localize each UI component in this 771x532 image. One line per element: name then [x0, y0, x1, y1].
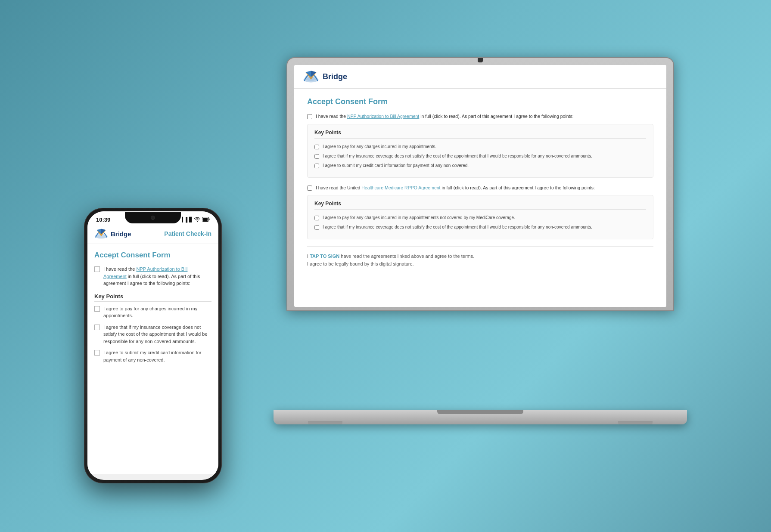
phone-consent-checkbox[interactable]: [94, 266, 100, 272]
laptop-logo-text: Bridge: [323, 72, 347, 81]
laptop-consent-section-1: I have read the NPP Authorization to Bil…: [307, 113, 653, 178]
svg-rect-4: [209, 219, 210, 220]
battery-icon: [202, 217, 210, 223]
laptop-consent-checkbox-1[interactable]: [307, 114, 312, 119]
laptop-key-point-2-2: I agree that if my insurance coverage do…: [314, 224, 646, 230]
laptop-form-title: Accept Consent Form: [307, 97, 653, 106]
laptop-camera: [478, 58, 483, 62]
laptop-foot-right: [618, 421, 653, 424]
laptop-kp-checkbox-1-2[interactable]: [314, 154, 319, 159]
laptop-key-point-2-1: I agree to pay for any charges incurred …: [314, 215, 646, 221]
phone-kp-checkbox-2[interactable]: [94, 325, 100, 330]
status-time: 10:39: [96, 217, 110, 223]
phone-key-points-title: Key Points: [94, 293, 211, 302]
laptop-key-point-1-3: I agree to submit my credit card informa…: [314, 163, 646, 169]
laptop-consent-checkbox-2[interactable]: [307, 186, 312, 191]
svg-rect-3: [203, 218, 208, 221]
laptop-agreement-link-2[interactable]: Healthcare Medicare RPPO Agreement: [361, 185, 440, 190]
phone-screen: 10:39 ▎▌▊: [87, 211, 218, 480]
phone-key-point-1: I agree to pay for any charges incurred …: [94, 305, 211, 319]
laptop-key-points-title-2: Key Points: [314, 201, 646, 210]
laptop-kp-text-1-3: I agree to submit my credit card informa…: [323, 163, 469, 169]
laptop-sign-section: I TAP TO SIGN have read the agreements l…: [307, 246, 653, 268]
laptop-logo: Bridge: [303, 70, 347, 83]
phone-content: Accept Consent Form I have read the NPP …: [87, 244, 218, 474]
scene: Bridge Accept Consent Form: [84, 40, 687, 492]
status-icons: ▎▌▊: [182, 217, 210, 223]
phone-body: 10:39 ▎▌▊: [84, 208, 222, 483]
laptop-key-point-1-1: I agree to pay for any charges incurred …: [314, 144, 646, 150]
laptop-content: Bridge Accept Consent Form: [294, 65, 666, 307]
phone-kp-text-1: I agree to pay for any charges incurred …: [103, 305, 211, 319]
laptop-tap-sign[interactable]: TAP TO SIGN: [310, 254, 339, 259]
laptop-kp-text-1-2: I agree that if my insurance coverage do…: [323, 153, 592, 159]
phone-key-point-3: I agree to submit my credit card informa…: [94, 349, 211, 363]
laptop-consent-row-1: I have read the NPP Authorization to Bil…: [307, 113, 653, 120]
phone-notch: [125, 212, 181, 223]
wifi-icon: [194, 217, 200, 223]
laptop-kp-checkbox-2-2[interactable]: [314, 225, 319, 230]
phone-device: 10:39 ▎▌▊: [84, 208, 222, 483]
laptop-body: Accept Consent Form I have read the NPP …: [294, 89, 666, 307]
bridge-logo-icon: [303, 70, 319, 83]
phone-consent-text: I have read the NPP Authorization to Bil…: [103, 266, 211, 287]
laptop-agreement-link-1[interactable]: NPP Authorization to Bill Agreement: [347, 114, 419, 119]
laptop-lid: Bridge Accept Consent Form: [286, 57, 674, 311]
laptop-sign-text: I TAP TO SIGN have read the agreements l…: [307, 253, 653, 268]
phone-camera: [151, 216, 155, 220]
laptop-kp-checkbox-1-3[interactable]: [314, 164, 319, 168]
laptop-key-points-box-1: Key Points I agree to pay for any charge…: [307, 124, 653, 178]
phone-key-point-2: I agree that if my insurance coverage do…: [94, 324, 211, 345]
laptop-consent-text-1: I have read the NPP Authorization to Bil…: [316, 113, 574, 120]
phone-kp-text-3: I agree to submit my credit card informa…: [103, 349, 211, 363]
laptop-key-point-1-2: I agree that if my insurance coverage do…: [314, 153, 646, 159]
bridge-logo-icon-phone: [94, 228, 108, 239]
laptop-foot-left: [308, 421, 342, 424]
laptop-key-points-title-1: Key Points: [314, 130, 646, 139]
phone-logo-text: Bridge: [111, 230, 131, 238]
laptop-kp-checkbox-2-1[interactable]: [314, 216, 319, 220]
phone-logo: Bridge: [94, 228, 131, 239]
laptop-screen: Bridge Accept Consent Form: [294, 65, 666, 307]
laptop-consent-section-2: I have read the United Healthcare Medica…: [307, 185, 653, 240]
laptop-kp-checkbox-1-1[interactable]: [314, 145, 319, 149]
laptop-hinge: [437, 410, 523, 414]
laptop-consent-row-2: I have read the United Healthcare Medica…: [307, 185, 653, 191]
laptop-base: [274, 410, 687, 424]
laptop-kp-text-2-1: I agree to pay for any charges incurred …: [323, 215, 515, 221]
phone-kp-text-2: I agree that if my insurance coverage do…: [103, 324, 211, 345]
laptop-key-points-box-2: Key Points I agree to pay for any charge…: [307, 195, 653, 239]
phone-kp-checkbox-3[interactable]: [94, 350, 100, 356]
phone-header-title: Patient Check-In: [164, 230, 211, 237]
phone-form-title: Accept Consent Form: [94, 251, 211, 260]
svg-point-1: [305, 74, 317, 81]
phone-consent-row: I have read the NPP Authorization to Bil…: [94, 266, 211, 287]
laptop-kp-text-1-1: I agree to pay for any charges incurred …: [323, 144, 436, 150]
laptop-device: Bridge Accept Consent Form: [274, 57, 687, 453]
phone-kp-checkbox-1[interactable]: [94, 306, 100, 312]
laptop-header: Bridge: [294, 65, 666, 89]
laptop-consent-text-2: I have read the United Healthcare Medica…: [316, 185, 595, 191]
signal-icon: ▎▌▊: [182, 217, 193, 223]
laptop-kp-text-2-2: I agree that if my insurance coverage do…: [323, 224, 592, 230]
phone-key-points: Key Points I agree to pay for any charge…: [94, 293, 211, 364]
phone-header: Bridge Patient Check-In: [87, 225, 218, 244]
